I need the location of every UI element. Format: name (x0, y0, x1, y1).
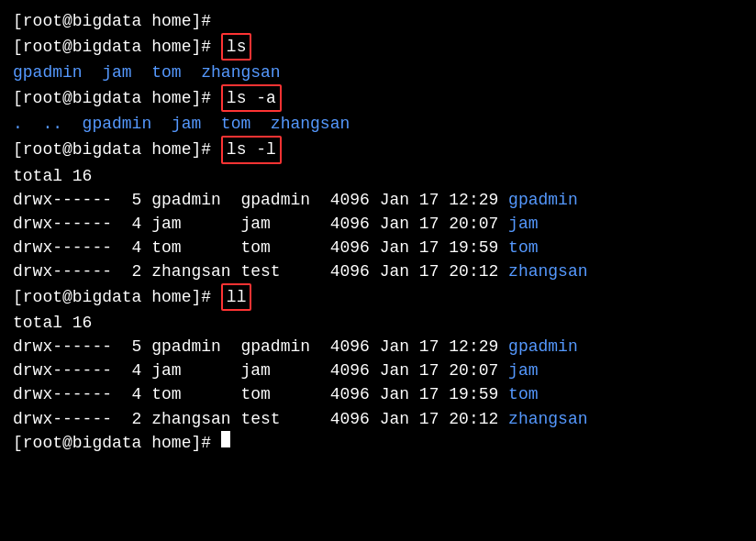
terminal-line: [root@bigdata home]# ls -l (13, 136, 743, 163)
ls-perms: drwx------ 2 zhangsan test 4096 Jan 17 2… (13, 407, 508, 431)
prompt-text: [root@bigdata home]# (13, 35, 221, 59)
prompt-text: [root@bigdata home]# (13, 285, 221, 309)
ls-row-tom-2: drwx------ 4 tom tom 4096 Jan 17 19:59 t… (13, 382, 743, 406)
ls-dirname: zhangsan (508, 259, 587, 283)
terminal-line: total 16 (13, 311, 743, 335)
prompt-text: [root@bigdata home]# (13, 86, 221, 110)
ls-row-zhangsan-2: drwx------ 2 zhangsan test 4096 Jan 17 2… (13, 407, 743, 431)
ls-perms: drwx------ 4 jam jam 4096 Jan 17 20:07 (13, 212, 508, 236)
ls-row-gpadmin-2: drwx------ 5 gpadmin gpadmin 4096 Jan 17… (13, 335, 743, 359)
output-text: total 16 (13, 164, 92, 188)
ls-dirname: jam (508, 212, 538, 236)
command-ls-l: ls -l (221, 136, 282, 163)
output-text: . .. gpadmin jam tom zhangsan (13, 112, 350, 136)
terminal-cursor (221, 431, 230, 447)
ls-perms: drwx------ 5 gpadmin gpadmin 4096 Jan 17… (13, 188, 508, 212)
prompt-text: [root@bigdata home]# (13, 9, 221, 33)
ls-dirname: tom (508, 236, 538, 259)
terminal-line: gpadmin jam tom zhangsan (13, 61, 743, 84)
ls-row-jam-1: drwx------ 4 jam jam 4096 Jan 17 20:07 j… (13, 212, 743, 236)
terminal-line: total 16 (13, 164, 743, 188)
terminal-line: [root@bigdata home]# (13, 9, 743, 33)
ls-dirname: jam (508, 359, 538, 382)
command-ll: ll (221, 283, 252, 311)
output-text: total 16 (13, 311, 92, 335)
terminal-window[interactable]: [root@bigdata home]# [root@bigdata home]… (0, 0, 756, 541)
prompt-text: [root@bigdata home]# (13, 138, 221, 161)
prompt-text: [root@bigdata home]# (13, 431, 221, 455)
ls-perms: drwx------ 2 zhangsan test 4096 Jan 17 2… (13, 259, 508, 283)
terminal-line: [root@bigdata home]# ls (13, 33, 743, 61)
ls-dirname: gpadmin (508, 335, 578, 359)
ls-row-gpadmin-1: drwx------ 5 gpadmin gpadmin 4096 Jan 17… (13, 188, 743, 212)
ls-perms: drwx------ 4 jam jam 4096 Jan 17 20:07 (13, 359, 508, 382)
ls-perms: drwx------ 5 gpadmin gpadmin 4096 Jan 17… (13, 335, 508, 359)
ls-row-zhangsan-1: drwx------ 2 zhangsan test 4096 Jan 17 2… (13, 259, 743, 283)
command-ls-a: ls -a (221, 84, 282, 112)
ls-row-tom-1: drwx------ 4 tom tom 4096 Jan 17 19:59 t… (13, 236, 743, 259)
ls-dirname: gpadmin (508, 188, 578, 212)
ls-perms: drwx------ 4 tom tom 4096 Jan 17 19:59 (13, 382, 508, 406)
terminal-line: . .. gpadmin jam tom zhangsan (13, 112, 743, 136)
output-text: gpadmin jam tom zhangsan (13, 61, 281, 84)
ls-dirname: zhangsan (508, 407, 587, 431)
ls-perms: drwx------ 4 tom tom 4096 Jan 17 19:59 (13, 236, 508, 259)
ls-dirname: tom (508, 382, 538, 406)
terminal-line: [root@bigdata home]# ls -a (13, 84, 743, 112)
terminal-line-active[interactable]: [root@bigdata home]# (13, 431, 743, 455)
command-ls: ls (221, 33, 252, 61)
terminal-line: [root@bigdata home]# ll (13, 283, 743, 311)
ls-row-jam-2: drwx------ 4 jam jam 4096 Jan 17 20:07 j… (13, 359, 743, 382)
